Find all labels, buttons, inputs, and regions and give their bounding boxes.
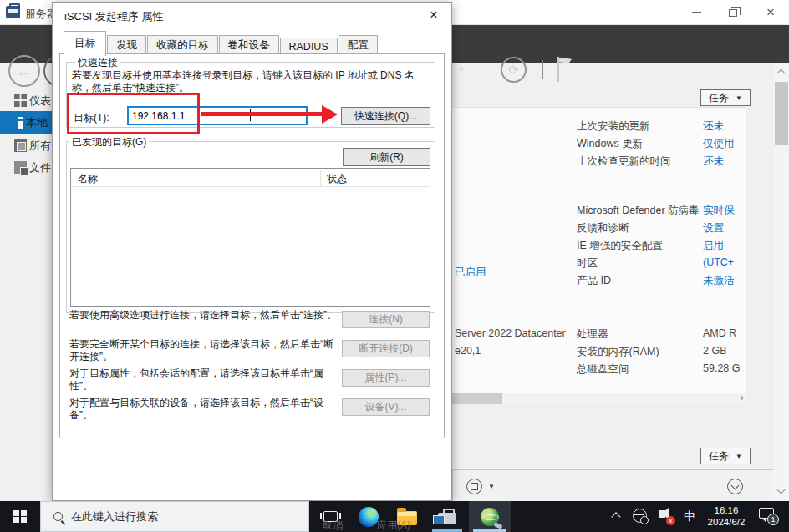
iscsi-globe-icon: [481, 508, 499, 526]
save-export-icon[interactable]: [466, 479, 482, 494]
minimize-button[interactable]: [679, 0, 714, 25]
sidebar-item-all-servers[interactable]: 所有: [0, 135, 52, 156]
column-divider: [320, 170, 321, 186]
tray-date: 2024/6/2: [700, 516, 752, 528]
dialog-tabs: 目标 发现 收藏的目标 卷和设备 RADIUS 配置: [64, 33, 379, 56]
tasks-button-properties[interactable]: 任务▼: [700, 89, 751, 106]
properties-help-text: 对于目标属性，包括会话的配置，请选择该目标并单击“属性”。: [69, 367, 342, 393]
list-header: 名称 状态: [71, 169, 430, 187]
vertical-scrollbar[interactable]: [774, 63, 789, 501]
maximize-button[interactable]: [715, 0, 751, 25]
server-manager-taskbar-icon: [438, 513, 456, 524]
hscroll-right-icon[interactable]: ›: [741, 391, 744, 403]
volume-muted-icon[interactable]: [659, 510, 665, 518]
network-no-internet-icon[interactable]: [633, 509, 647, 523]
tray-time: 16:16: [700, 504, 752, 516]
menu-view[interactable]: 视图(V): [693, 63, 729, 79]
prop-link[interactable]: (UTC+: [703, 256, 734, 268]
properties-button[interactable]: 属性(P)...: [342, 369, 430, 387]
annotation-arrow-head: [322, 105, 338, 124]
discovered-targets-group: 已发现的目标(G) 刷新(R) 名称 状态: [66, 141, 435, 313]
devices-help-text: 对于配置与目标关联的设备，请选择该目标，然后单击“设备”。: [69, 397, 342, 422]
sidebar-item-dashboard[interactable]: 仪表: [0, 90, 52, 111]
tasks-caret-icon: ▼: [736, 453, 742, 460]
search-icon: [53, 512, 63, 521]
menu-tools[interactable]: 工具(T): [649, 63, 685, 79]
quick-connect-button[interactable]: 快速连接(Q)...: [341, 107, 430, 125]
disconnect-button[interactable]: 断开连接(D): [342, 340, 430, 357]
tasks-button-events[interactable]: 任务▼: [700, 448, 751, 464]
dashboard-icon: [14, 94, 27, 107]
server-manager-icon: [6, 6, 20, 18]
hidden-cancel-button: 取消: [323, 519, 343, 532]
edge-icon: [359, 507, 379, 527]
collapse-section-icon[interactable]: [727, 479, 743, 494]
local-server-icon: [18, 117, 23, 129]
back-button[interactable]: ←: [8, 55, 40, 87]
connect-help-text: 若要使用高级选项进行连接，请选择目标，然后单击“连接”。: [69, 309, 342, 322]
export-dropdown-icon[interactable]: ▼: [488, 483, 495, 490]
taskbar-search[interactable]: [40, 501, 309, 532]
tray-clock[interactable]: 16:16 2024/6/2: [700, 504, 752, 528]
disconnect-help-text: 若要完全断开某个目标的连接，请选择该目标，然后单击“断开连接”。: [69, 338, 342, 363]
volume-muted-badge: x: [666, 516, 675, 525]
nav-dropdown-icon[interactable]: ▼: [458, 66, 465, 73]
prop-link[interactable]: 启用: [703, 239, 724, 253]
ime-indicator[interactable]: 中: [684, 509, 695, 524]
server-manager-taskbar-button[interactable]: [427, 501, 467, 532]
refresh-icon[interactable]: ⟳: [501, 57, 527, 83]
nav-separator: [542, 60, 543, 79]
search-input[interactable]: [71, 510, 280, 523]
refresh-button[interactable]: 刷新(R): [343, 148, 430, 166]
prop-link[interactable]: 实时保: [703, 204, 735, 218]
quick-connect-description: 若要发现目标并使用基本连接登录到目标，请键入该目标的 IP 地址或 DNS 名称…: [72, 69, 431, 94]
prop-link[interactable]: 设置: [703, 221, 724, 236]
sidebar-item-file-storage[interactable]: 文件: [0, 157, 52, 178]
tab-targets[interactable]: 目标: [64, 31, 106, 56]
enabled-link[interactable]: 已启用: [455, 266, 486, 280]
start-button[interactable]: [0, 501, 40, 532]
column-status[interactable]: 状态: [327, 172, 347, 186]
notifications-flag-icon[interactable]: [555, 57, 573, 82]
menu-manage[interactable]: 管理(M): [592, 63, 630, 79]
connect-button[interactable]: 连接(N): [342, 311, 430, 328]
iscsi-taskbar-button[interactable]: [469, 501, 511, 532]
annotation-arrow-shaft: [201, 112, 323, 116]
events-section-header: ▼: [452, 469, 777, 501]
vscroll-down-icon[interactable]: [777, 486, 786, 494]
annotation-highlight-box: [67, 93, 200, 134]
sidebar-item-local-server[interactable]: 本地: [0, 111, 52, 134]
dialog-close-icon[interactable]: ×: [421, 6, 446, 24]
hscroll-thumb[interactable]: [452, 393, 502, 404]
dialog-title: iSCSI 发起程序 属性: [64, 9, 163, 24]
properties-panel: 上次安装的更新还未 Windows 更新仅使用 上次检查更新的时间还未 Micr…: [452, 107, 746, 393]
file-storage-icon: [14, 161, 27, 174]
devices-button[interactable]: 设备(V)...: [342, 398, 430, 416]
windows-logo-icon: [13, 510, 27, 524]
os-detail-fragment: e20,1: [455, 345, 481, 357]
prop-link[interactable]: 还未: [703, 119, 724, 134]
prop-link[interactable]: 未激活: [703, 274, 735, 288]
screen: 服务器管 × ← ▼ ⟳ 管理(M) 工具(T) 视图(V) 帮助(H) 仪表 …: [0, 0, 789, 532]
close-window-button[interactable]: ×: [752, 0, 789, 25]
prop-link[interactable]: 还未: [703, 155, 724, 169]
prop-link[interactable]: 仅使用: [703, 137, 735, 151]
vscroll-thumb[interactable]: [775, 82, 788, 145]
vscroll-up-icon[interactable]: [777, 69, 786, 78]
horizontal-scrollbar[interactable]: ›: [452, 393, 746, 404]
menu-help[interactable]: 帮助(H): [738, 63, 775, 79]
discovered-targets-list[interactable]: 名称 状态: [70, 168, 430, 307]
iscsi-initiator-dialog: iSCSI 发起程序 属性 × 目标 发现 收藏的目标 卷和设备 RADIUS …: [52, 2, 452, 501]
tasks-caret-icon: ▼: [736, 94, 742, 102]
hidden-apply-button: 应用(A): [377, 519, 410, 532]
notification-badge: 1: [767, 514, 779, 525]
column-name[interactable]: 名称: [78, 172, 98, 186]
all-servers-icon: [14, 139, 27, 152]
os-name-fragment: Server 2022 Datacenter: [455, 327, 566, 339]
